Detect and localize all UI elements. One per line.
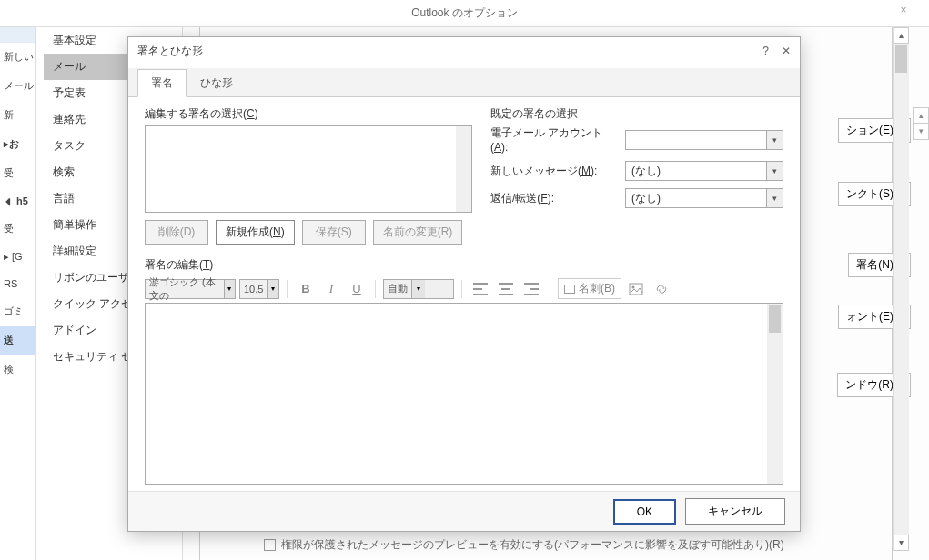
font-family-combo[interactable]: 游ゴシック (本文の ▾	[145, 279, 236, 299]
tab-stationery[interactable]: ひな形	[187, 69, 247, 97]
separator	[461, 280, 462, 298]
ok-button[interactable]: OK	[613, 499, 676, 525]
options-close-icon[interactable]: ×	[885, 4, 922, 24]
chevron-down-icon[interactable]: ▾	[411, 280, 425, 298]
rename-button[interactable]: 名前の変更(R)	[373, 220, 463, 245]
new-button[interactable]: 新規作成(N)	[216, 220, 295, 245]
spinner-down-icon[interactable]: ▾	[913, 124, 929, 140]
nav-item[interactable]: ゴミ	[0, 297, 35, 326]
close-icon[interactable]: ✕	[782, 45, 791, 57]
delete-button[interactable]: 削除(D)	[145, 220, 208, 245]
signature-listbox[interactable]	[145, 125, 472, 213]
reply-label: 返信/転送(F):	[490, 191, 618, 206]
chevron-down-icon[interactable]: ▾	[224, 280, 235, 298]
nav-item[interactable]: 新	[0, 101, 35, 130]
account-label: 電子メール アカウント(A):	[490, 125, 618, 154]
nav-item[interactable]	[0, 27, 35, 43]
align-left-button[interactable]	[470, 279, 491, 299]
reply-value: (なし)	[626, 191, 766, 206]
footer-checkbox-row[interactable]: 権限が保護されたメッセージのプレビューを有効にする(パフォーマンスに影響を及ぼす…	[264, 537, 784, 553]
outer-spinner[interactable]: ▴ ▾	[913, 107, 929, 162]
footer-check-label: 権限が保護されたメッセージのプレビューを有効にする(パフォーマンスに影響を及ぼす…	[281, 537, 784, 553]
newmsg-combo[interactable]: (なし) ▾	[625, 161, 783, 181]
scroll-thumb[interactable]	[769, 305, 781, 333]
options-titlebar: Outlook のオプション ×	[0, 0, 929, 27]
options-title: Outlook のオプション	[411, 5, 518, 21]
font-size-combo[interactable]: 10.5 ▾	[239, 279, 279, 299]
scroll-up-icon[interactable]: ▴	[894, 27, 909, 44]
checkbox-icon[interactable]	[264, 539, 276, 551]
picture-icon	[629, 283, 643, 295]
dialog-title: 署名とひな形	[137, 44, 203, 59]
chevron-down-icon[interactable]: ▾	[766, 162, 783, 180]
default-signature-label: 既定の署名の選択	[490, 106, 783, 122]
separator	[550, 280, 550, 298]
edit-signature-label: 署名の編集(T)	[145, 257, 783, 273]
align-center-button[interactable]	[495, 279, 517, 299]
select-signature-label: 編集する署名の選択(C)	[145, 106, 472, 122]
dialog-titlebar: 署名とひな形 ? ✕	[128, 37, 800, 65]
dialog-tabs: 署名 ひな形	[128, 68, 800, 97]
link-icon	[654, 283, 669, 295]
card-icon	[564, 285, 575, 294]
svg-point-1	[632, 285, 635, 288]
reply-combo[interactable]: (なし) ▾	[625, 188, 783, 208]
editor-scrollbar[interactable]	[767, 304, 783, 484]
picture-button[interactable]	[625, 279, 647, 299]
nav-item[interactable]: ⏴ h5	[0, 188, 35, 215]
nav-item[interactable]: 新しい	[0, 43, 35, 72]
signature-editor[interactable]	[145, 303, 783, 485]
scroll-down-icon[interactable]: ▾	[894, 535, 909, 551]
account-combo[interactable]: ▾	[625, 130, 783, 150]
signatures-dialog: 署名とひな形 ? ✕ 署名 ひな形 編集する署名の選択(C) 削除(D) 新規作…	[127, 36, 801, 532]
chevron-down-icon[interactable]: ▾	[766, 131, 783, 149]
nav-item[interactable]: ▸お	[0, 130, 35, 159]
scroll-thumb[interactable]	[895, 45, 907, 73]
save-button[interactable]: 保存(S)	[302, 220, 366, 245]
nav-item[interactable]: メール	[0, 72, 35, 101]
nav-item[interactable]: RS	[0, 271, 35, 297]
business-card-button[interactable]: 名刺(B)	[558, 278, 621, 299]
editor-toolbar: 游ゴシック (本文の ▾ 10.5 ▾ B I U 自動 ▾ 名刺(	[145, 278, 783, 299]
bold-button[interactable]: B	[295, 279, 317, 299]
hyperlink-button[interactable]	[651, 279, 672, 299]
align-right-button[interactable]	[520, 279, 542, 299]
nav-item[interactable]: ▸ [G	[0, 244, 35, 271]
underline-button[interactable]: U	[346, 279, 368, 299]
nav-item[interactable]: 検	[0, 355, 35, 385]
outlook-nav-pane: 新しい メール 新 ▸お 受 ⏴ h5 受 ▸ [G RS ゴミ 送 検	[0, 27, 36, 560]
dialog-footer: OK キャンセル	[128, 491, 800, 531]
nav-item[interactable]: 受	[0, 159, 35, 188]
tab-signature[interactable]: 署名	[137, 69, 187, 97]
nav-item[interactable]: 受	[0, 215, 35, 244]
help-icon[interactable]: ?	[762, 45, 769, 57]
cancel-button[interactable]: キャンセル	[685, 498, 785, 525]
spinner-up-icon[interactable]: ▴	[913, 107, 929, 124]
nav-item[interactable]: 送	[0, 326, 35, 355]
chevron-down-icon[interactable]: ▾	[267, 280, 278, 298]
chevron-down-icon[interactable]: ▾	[766, 189, 783, 207]
newmsg-label: 新しいメッセージ(M):	[490, 164, 618, 179]
newmsg-value: (なし)	[626, 164, 766, 179]
font-color-combo[interactable]: 自動 ▾	[383, 279, 454, 299]
listbox-scrollbar[interactable]	[456, 126, 471, 212]
options-scrollbar[interactable]: ▴ ▾	[893, 27, 909, 551]
dialog-body: 編集する署名の選択(C) 削除(D) 新規作成(N) 保存(S) 名前の変更(R…	[128, 97, 800, 491]
italic-button[interactable]: I	[320, 279, 342, 299]
separator	[287, 280, 288, 298]
separator	[375, 280, 376, 298]
